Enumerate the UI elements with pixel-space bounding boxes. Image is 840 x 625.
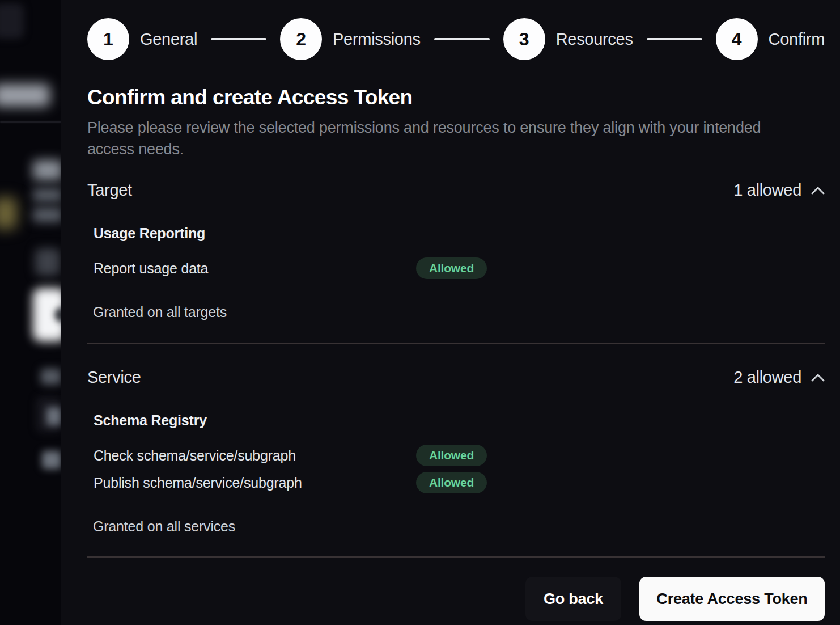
backdrop-card-blur: [35, 248, 60, 276]
permission-group-usage-reporting: Usage Reporting Report usage data Allowe…: [94, 225, 825, 280]
step-label: Permissions: [333, 30, 421, 49]
page-title: Confirm and create Access Token: [87, 86, 825, 109]
step-confirm[interactable]: 4 Confirm: [716, 18, 825, 60]
status-badge: Allowed: [416, 472, 487, 493]
step-number-circle[interactable]: 2: [280, 18, 322, 60]
step-permissions[interactable]: 2 Permissions: [280, 18, 421, 60]
create-access-token-modal: 1 General 2 Permissions 3 Resources 4 Co…: [61, 0, 840, 625]
section-count: 1 allowed: [733, 181, 801, 200]
step-connector: [647, 38, 702, 40]
section-name: Target: [87, 181, 132, 200]
permission-label: Report usage data: [94, 260, 416, 277]
group-title: Usage Reporting: [94, 225, 825, 242]
step-number-circle[interactable]: 1: [87, 18, 129, 60]
step-connector: [434, 38, 490, 40]
permission-group-schema-registry: Schema Registry Check schema/service/sub…: [94, 412, 825, 494]
section-count: 2 allowed: [733, 368, 801, 387]
permission-label: Check schema/service/subgraph: [94, 447, 416, 464]
step-number-circle[interactable]: 4: [716, 18, 758, 60]
permission-row: Check schema/service/subgraph Allowed: [94, 444, 825, 467]
backdrop-divider: [0, 121, 61, 123]
create-access-token-button[interactable]: Create Access Token: [639, 577, 825, 621]
permission-label: Publish schema/service/subgraph: [94, 475, 416, 491]
backdrop-text-blur: [41, 369, 61, 385]
chevron-up-icon: [811, 186, 825, 195]
section-name: Service: [87, 368, 141, 387]
wizard-stepper: 1 General 2 Permissions 3 Resources 4 Co…: [87, 18, 825, 61]
footer-divider: [87, 556, 825, 558]
permission-row: Report usage data Allowed: [94, 257, 825, 280]
backdrop-blurred-page: [0, 0, 61, 625]
section-header-target: Target 1 allowed: [87, 181, 825, 200]
backdrop-text-blur: [33, 208, 61, 222]
section-collapse-toggle[interactable]: 2 allowed: [733, 368, 825, 387]
permission-row: Publish schema/service/subgraph Allowed: [94, 471, 825, 494]
step-resources[interactable]: 3 Resources: [503, 18, 633, 60]
backdrop-text-blur: [33, 188, 61, 202]
step-label: Confirm: [769, 30, 825, 49]
section-divider: [87, 343, 825, 344]
section-header-service: Service 2 allowed: [87, 368, 825, 387]
modal-footer: Go back Create Access Token: [87, 577, 825, 621]
backdrop-text-blur: [42, 451, 61, 469]
step-connector: [211, 38, 266, 40]
step-label: General: [140, 30, 197, 49]
status-badge: Allowed: [416, 445, 487, 466]
backdrop-heading-blur: [33, 160, 61, 180]
step-general[interactable]: 1 General: [87, 18, 197, 60]
backdrop-text-blur: [46, 407, 61, 425]
group-title: Schema Registry: [94, 412, 825, 429]
chevron-up-icon: [811, 373, 825, 382]
section-collapse-toggle[interactable]: 1 allowed: [733, 181, 825, 200]
status-badge: Allowed: [416, 257, 487, 279]
section-footnote: Granted on all services: [93, 518, 825, 535]
backdrop-accent-blur: [0, 197, 17, 229]
go-back-button[interactable]: Go back: [525, 577, 621, 621]
backdrop-nav-item-blur: [0, 84, 50, 107]
step-label: Resources: [556, 30, 633, 49]
step-number-circle[interactable]: 3: [503, 18, 545, 60]
section-footnote: Granted on all targets: [93, 304, 825, 320]
page-subtitle: Please please review the selected permis…: [87, 117, 783, 160]
backdrop-logo-tile: [0, 3, 24, 39]
